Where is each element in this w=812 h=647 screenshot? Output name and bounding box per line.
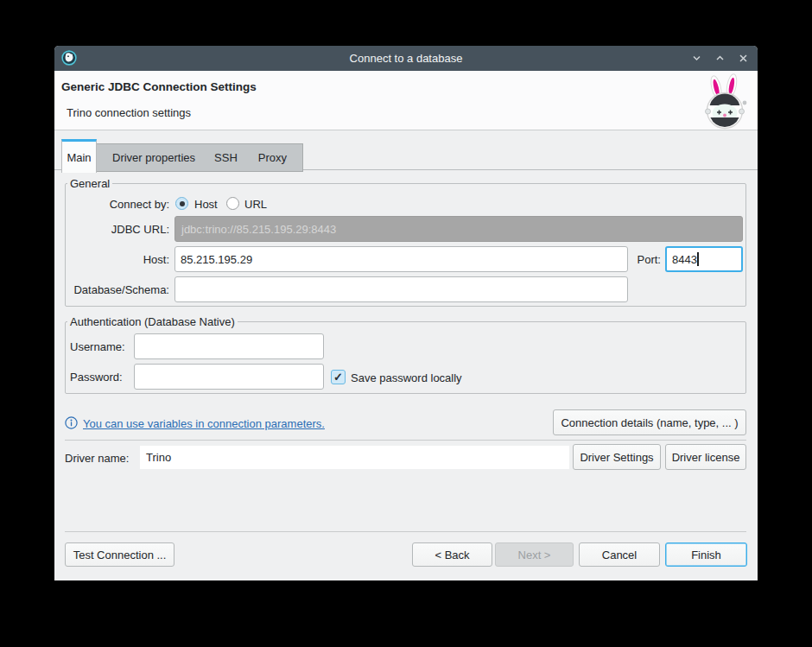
page-title: Generic JDBC Connection Settings — [61, 80, 257, 93]
connect-by-url-label: URL — [244, 198, 267, 211]
close-icon[interactable] — [737, 53, 749, 65]
test-connection-button[interactable]: Test Connection ... — [65, 542, 174, 567]
dialog-header: Generic JDBC Connection Settings Trino c… — [54, 71, 758, 130]
save-password-label: Save password locally — [351, 371, 462, 384]
driver-name-value: Trino — [146, 451, 171, 464]
minimize-icon[interactable] — [690, 53, 702, 65]
connect-by-host-label: Host — [194, 198, 218, 211]
window-title: Connect to a database — [54, 52, 758, 65]
connection-details-button[interactable]: Connection details (name, type, ... ) — [553, 409, 746, 435]
jdbc-url-field: jdbc:trino://85.215.195.29:8443 — [174, 216, 743, 242]
back-button[interactable]: < Back — [412, 542, 492, 567]
driver-settings-button[interactable]: Driver Settings — [573, 444, 661, 470]
connect-by-label: Connect by: — [66, 198, 169, 211]
driver-license-button[interactable]: Driver license — [665, 444, 746, 470]
tab-ssh[interactable]: SSH — [207, 151, 244, 164]
connect-by-host-radio[interactable] — [175, 197, 188, 210]
general-group-legend: General — [67, 177, 112, 190]
maximize-icon[interactable] — [714, 53, 726, 65]
desktop: { "titlebar": { "title": "Connect to a d… — [0, 0, 812, 647]
cancel-button[interactable]: Cancel — [579, 542, 660, 567]
trino-bunny-logo-icon — [701, 73, 750, 134]
finish-button[interactable]: Finish — [665, 542, 747, 567]
tab-driver-properties[interactable]: Driver properties — [105, 151, 202, 164]
tab-main-label: Main — [67, 151, 91, 164]
footer-separator — [65, 531, 746, 532]
password-label: Password: — [70, 371, 123, 384]
username-input[interactable] — [134, 333, 324, 359]
save-password-checkbox[interactable]: ✓ — [331, 370, 346, 384]
titlebar[interactable]: Connect to a database — [54, 46, 758, 71]
tab-main[interactable]: Main — [61, 139, 97, 173]
variables-link[interactable]: You can use variables in connection para… — [83, 417, 325, 430]
next-button: Next > — [495, 542, 574, 567]
info-icon — [65, 416, 78, 429]
driver-name-label: Driver name: — [65, 452, 129, 465]
tab-proxy[interactable]: Proxy — [251, 151, 294, 164]
port-input[interactable] — [665, 246, 743, 272]
text-cursor — [697, 252, 699, 266]
jdbc-url-label: JDBC URL: — [66, 223, 169, 236]
connect-by-url-radio[interactable] — [226, 197, 239, 210]
connect-database-dialog: Connect to a database Generic JDBC Conne… — [54, 46, 758, 580]
database-label: Database/Schema: — [66, 283, 169, 296]
database-input[interactable] — [174, 276, 628, 302]
checkmark-icon: ✓ — [333, 371, 343, 384]
driver-name-field: Trino — [140, 446, 569, 469]
page-subtitle: Trino connection settings — [67, 106, 191, 119]
port-label: Port: — [631, 253, 661, 266]
tab-strip: Main Driver properties SSH Proxy — [54, 139, 758, 170]
host-input[interactable] — [174, 246, 628, 272]
window-controls — [690, 46, 749, 71]
username-label: Username: — [70, 340, 125, 353]
separator — [65, 440, 746, 441]
jdbc-url-value: jdbc:trino://85.215.195.29:8443 — [181, 223, 336, 236]
password-input[interactable] — [134, 364, 324, 390]
auth-group-legend: Authentication (Database Native) — [67, 315, 238, 328]
host-label: Host: — [66, 253, 169, 266]
inactive-tabs: Driver properties SSH Proxy — [96, 143, 303, 172]
